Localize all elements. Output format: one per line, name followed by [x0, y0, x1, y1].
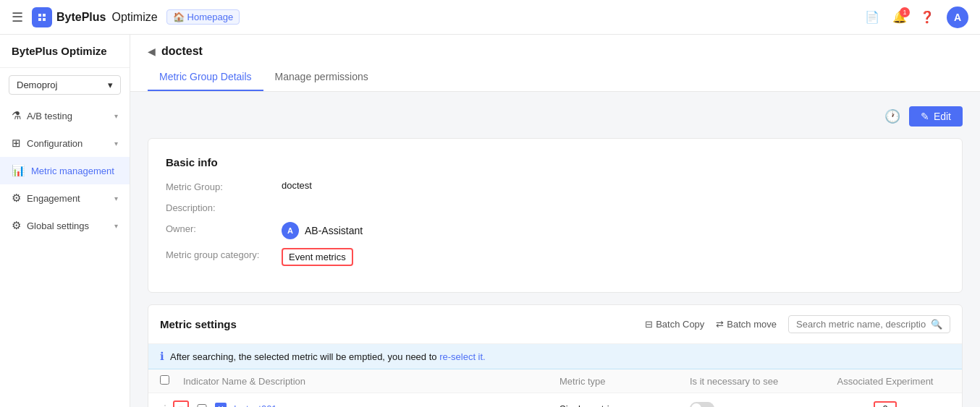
metric-name-link[interactable]: M doctest001	[215, 403, 559, 407]
toggle-col	[690, 402, 820, 407]
edit-button[interactable]: ✎ Edit	[909, 106, 963, 127]
owner-value: A AB-Assistant	[282, 222, 363, 239]
search-box: 🔍	[788, 315, 950, 333]
owner-avatar: A	[282, 222, 299, 239]
top-navigation: ☰ BytePlusOptimize 🏠 Homepage 📄 🔔 1 ❓ A	[0, 0, 980, 35]
sidebar-item-label: Engagement	[27, 193, 80, 204]
experiment-header: Associated Experiment	[820, 376, 950, 387]
table-header: Indicator Name & Description Metric type…	[148, 369, 962, 393]
sidebar-brand: BytePlus Optimize	[0, 35, 130, 68]
back-button[interactable]: ◀	[148, 46, 156, 57]
category-value: Event metrics	[282, 248, 353, 266]
nav-right: 📄 🔔 1 ❓ A	[864, 7, 968, 28]
metric-type-value: Single metric	[559, 403, 690, 408]
sidebar: BytePlus Optimize Demoproj ▾ ⚗ A/B testi…	[0, 35, 130, 407]
grid-icon: ⊞	[12, 137, 21, 150]
metric-actions: ⊟ Batch Copy ⇄ Batch move 🔍	[645, 315, 950, 333]
chevron-down-icon: ▾	[108, 80, 113, 90]
engagement-icon: ⚙	[12, 192, 21, 205]
notification-badge: 1	[900, 7, 910, 17]
info-banner: ℹ After searching, the selected metric w…	[148, 344, 962, 369]
owner-name: AB-Assistant	[305, 225, 363, 236]
logo-icon	[32, 7, 52, 27]
chevron-right-icon: ▾	[114, 140, 118, 147]
history-icon[interactable]: 🕐	[884, 108, 900, 124]
sidebar-item-label: Metric management	[31, 166, 114, 176]
user-avatar[interactable]: A	[947, 7, 968, 28]
chevron-right-icon: ▾	[114, 194, 118, 202]
chart-icon: 📊	[12, 164, 25, 177]
chevron-right-icon: ▾	[114, 222, 118, 230]
metric-type-badge: M	[215, 403, 227, 407]
homepage-badge[interactable]: 🏠 Homepage	[166, 9, 240, 25]
indicator-name-header: Indicator Name & Description	[183, 376, 559, 387]
batch-copy-button[interactable]: ⊟ Batch Copy	[645, 319, 704, 330]
basic-info-card: Basic info Metric Group: doctest Descrip…	[148, 138, 963, 293]
page-title: doctest	[161, 45, 203, 58]
app-product: Optimize	[111, 11, 157, 24]
flask-icon: ⚗	[12, 109, 21, 122]
homepage-label: Homepage	[187, 12, 234, 22]
content-area: 🕐 ✎ Edit Basic info Metric Group: doctes…	[130, 92, 980, 407]
move-icon: ⇄	[716, 319, 724, 330]
owner-row: Owner: A AB-Assistant	[166, 222, 945, 239]
description-label: Description:	[166, 201, 282, 213]
logo: BytePlusOptimize	[32, 7, 158, 27]
necessary-toggle[interactable]	[690, 402, 714, 407]
search-input[interactable]	[796, 319, 926, 330]
copy-icon: ⊟	[645, 319, 653, 330]
bell-icon[interactable]: 🔔 1	[892, 9, 908, 25]
experiment-count-value[interactable]: 0	[874, 401, 896, 408]
description-row: Description:	[166, 201, 945, 213]
settings-icon: ⚙	[12, 219, 21, 232]
help-icon[interactable]: ❓	[919, 9, 935, 25]
project-selector[interactable]: Demoproj ▾	[9, 75, 121, 95]
sidebar-item-label: Global settings	[27, 220, 89, 231]
table-row: ⋮ ▾ M doctest001 Single metric 0	[148, 393, 962, 407]
edit-pencil-icon: ✎	[921, 111, 929, 122]
info-text: After searching, the selected metric wil…	[170, 351, 486, 362]
sidebar-item-configuration[interactable]: ⊞ Configuration ▾	[0, 129, 130, 157]
necessary-header: Is it necessary to see	[690, 376, 820, 387]
layout: BytePlus Optimize Demoproj ▾ ⚗ A/B testi…	[0, 35, 980, 407]
experiment-count-col: 0	[820, 401, 950, 408]
page-header: ◀ doctest Metric Group Details Manage pe…	[130, 35, 980, 92]
home-icon: 🏠	[173, 12, 185, 22]
expand-button[interactable]: ▾	[173, 400, 189, 407]
metric-group-row: Metric Group: doctest	[166, 180, 945, 192]
project-name: Demoproj	[17, 80, 57, 90]
nav-left: ☰ BytePlusOptimize 🏠 Homepage	[12, 7, 240, 27]
owner-label: Owner:	[166, 222, 282, 234]
drag-handle-icon[interactable]: ⋮	[160, 403, 170, 407]
batch-move-button[interactable]: ⇄ Batch move	[716, 319, 777, 330]
sidebar-item-metric-management[interactable]: 📊 Metric management	[0, 157, 130, 184]
hamburger-icon[interactable]: ☰	[12, 9, 23, 25]
metric-settings-title: Metric settings	[160, 318, 237, 330]
info-icon: ℹ	[160, 350, 164, 363]
tab-manage-permissions[interactable]: Manage permissions	[263, 64, 380, 91]
sidebar-item-label: Configuration	[27, 138, 83, 149]
select-all-checkbox[interactable]	[160, 375, 169, 385]
sidebar-item-engagement[interactable]: ⚙ Engagement ▾	[0, 184, 130, 212]
edit-toolbar: 🕐 ✎ Edit	[148, 106, 963, 127]
tabs-row: Metric Group Details Manage permissions	[148, 64, 963, 91]
highlight-text: re-select it.	[439, 351, 486, 362]
search-icon: 🔍	[931, 319, 942, 330]
breadcrumb: ◀ doctest	[148, 35, 963, 58]
metric-type-header: Metric type	[559, 376, 690, 387]
sidebar-item-ab-testing[interactable]: ⚗ A/B testing ▾	[0, 102, 130, 129]
tab-metric-group-details[interactable]: Metric Group Details	[148, 64, 263, 91]
sidebar-item-label: A/B testing	[27, 111, 72, 121]
app-name: BytePlus	[56, 11, 106, 24]
metric-group-value: doctest	[282, 180, 312, 191]
basic-info-title: Basic info	[166, 156, 945, 168]
metric-group-label: Metric Group:	[166, 180, 282, 192]
document-icon[interactable]: 📄	[864, 9, 880, 25]
sidebar-item-global-settings[interactable]: ⚙ Global settings ▾	[0, 212, 130, 239]
category-label: Metric group category:	[166, 248, 282, 260]
metric-header: Metric settings ⊟ Batch Copy ⇄ Batch mov…	[148, 305, 962, 344]
category-row: Metric group category: Event metrics	[166, 248, 945, 266]
metric-settings-section: Metric settings ⊟ Batch Copy ⇄ Batch mov…	[148, 304, 963, 407]
main-content: ◀ doctest Metric Group Details Manage pe…	[130, 35, 980, 407]
row-checkbox[interactable]	[195, 404, 209, 408]
